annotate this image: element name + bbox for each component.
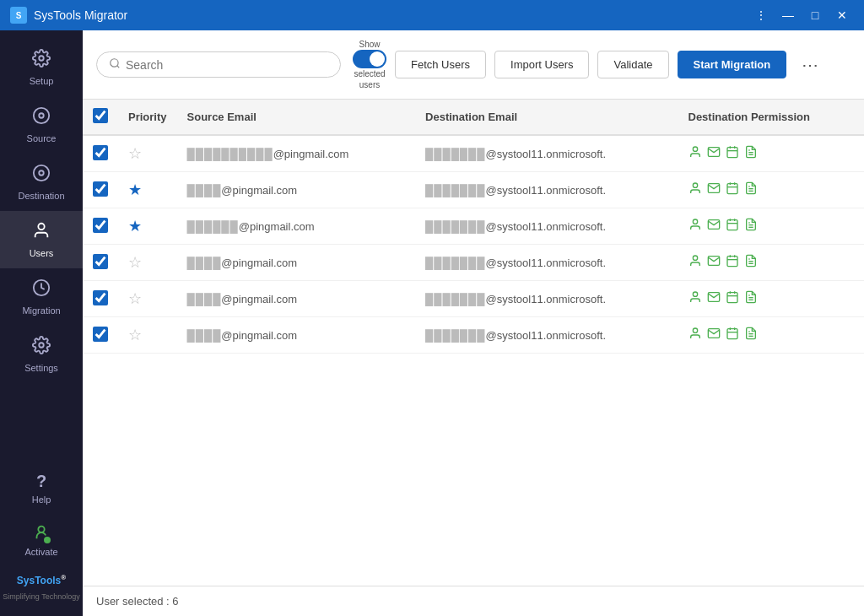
row-checkbox-cell[interactable] [83, 172, 118, 208]
star-icon[interactable]: ☆ [128, 327, 142, 343]
sidebar-label-migration: Migration [22, 305, 60, 316]
users-table: Priority Source Email Destination Email … [83, 100, 864, 354]
sidebar-item-destination[interactable]: Destination [0, 154, 83, 211]
perm-calendar-icon[interactable] [726, 181, 739, 198]
svg-rect-40 [727, 293, 737, 303]
sidebar-item-help[interactable]: ? Help [0, 462, 83, 515]
menu-button[interactable]: ⋮ [749, 6, 773, 24]
perm-task-icon[interactable] [744, 254, 758, 271]
perm-user-icon[interactable] [688, 290, 702, 307]
perm-mail-icon[interactable] [707, 145, 721, 162]
star-icon[interactable]: ★ [128, 218, 142, 235]
row-checkbox[interactable] [93, 290, 108, 305]
perm-calendar-icon[interactable] [726, 290, 739, 307]
row-checkbox[interactable] [93, 254, 108, 269]
perm-mail-icon[interactable] [707, 254, 721, 271]
row-checkbox-cell[interactable] [83, 208, 118, 245]
row-checkbox[interactable] [93, 145, 108, 160]
perm-user-icon[interactable] [688, 327, 702, 343]
perm-mail-icon[interactable] [707, 290, 721, 307]
row-source-email: ████@pingmail.com [177, 281, 416, 317]
table-row: ★ ██████@pingmail.com ███████@systool11.… [83, 208, 864, 245]
row-star-cell[interactable]: ☆ [118, 135, 177, 172]
star-icon[interactable]: ☆ [128, 145, 142, 162]
row-star-cell[interactable]: ★ [118, 208, 177, 245]
users-table-wrap: Priority Source Email Destination Email … [83, 100, 864, 586]
perm-calendar-icon[interactable] [726, 327, 739, 343]
row-checkbox[interactable] [93, 327, 108, 342]
row-checkbox-cell[interactable] [83, 245, 118, 281]
perm-task-icon[interactable] [744, 181, 758, 198]
more-options-button[interactable]: ⋯ [795, 51, 827, 78]
star-icon[interactable]: ☆ [128, 290, 142, 307]
brand-name: SysTools® [13, 565, 70, 592]
perm-calendar-icon[interactable] [726, 218, 739, 235]
sidebar-label-users: Users [30, 248, 54, 258]
perm-mail-icon[interactable] [707, 218, 721, 235]
sidebar-label-destination: Destination [18, 191, 64, 201]
row-checkbox-cell[interactable] [83, 135, 118, 172]
start-migration-button[interactable]: Start Migration [678, 51, 787, 78]
validate-button[interactable]: Validate [597, 51, 668, 78]
status-bar: User selected : 6 [83, 586, 864, 616]
perm-user-icon[interactable] [688, 218, 702, 235]
select-all-header[interactable] [83, 100, 118, 135]
show-selected-toggle[interactable] [353, 50, 386, 68]
select-all-checkbox[interactable] [93, 108, 108, 123]
perm-task-icon[interactable] [744, 327, 758, 343]
search-box[interactable] [96, 51, 341, 78]
close-button[interactable]: ✕ [830, 6, 854, 24]
maximize-button[interactable]: □ [803, 6, 827, 24]
svg-point-8 [38, 527, 44, 532]
svg-point-5 [38, 224, 44, 230]
table-row: ★ ████@pingmail.com ███████@systool11.on… [83, 172, 864, 208]
perm-user-icon[interactable] [688, 145, 702, 162]
toggle-label-selected: selected [354, 68, 385, 79]
fetch-users-button[interactable]: Fetch Users [395, 51, 486, 78]
import-users-button[interactable]: Import Users [494, 51, 589, 78]
star-icon[interactable]: ★ [128, 181, 142, 198]
settings-icon [32, 336, 51, 359]
perm-task-icon[interactable] [744, 145, 758, 162]
search-input[interactable] [126, 58, 328, 72]
perm-task-icon[interactable] [744, 218, 758, 235]
source-icon [32, 106, 51, 130]
show-selected-toggle-wrap: Show selected users [353, 39, 386, 90]
svg-line-10 [117, 66, 120, 68]
sidebar-item-users[interactable]: Users [0, 211, 83, 268]
row-checkbox-cell[interactable] [83, 317, 118, 354]
row-star-cell[interactable]: ★ [118, 172, 177, 208]
perm-calendar-icon[interactable] [726, 254, 739, 271]
svg-point-46 [693, 328, 697, 332]
perm-user-icon[interactable] [688, 254, 702, 271]
sidebar-item-activate[interactable]: Activate [0, 515, 83, 565]
sidebar-item-migration[interactable]: Migration [0, 268, 83, 326]
destination-permission-header: Destination Permission [678, 100, 865, 135]
table-row: ☆ ██████████@pingmail.com ███████@systoo… [83, 135, 864, 172]
row-star-cell[interactable]: ☆ [118, 245, 177, 281]
perm-user-icon[interactable] [688, 181, 702, 198]
perm-calendar-icon[interactable] [726, 145, 739, 162]
perm-mail-icon[interactable] [707, 327, 721, 343]
svg-rect-12 [727, 148, 737, 158]
sidebar-item-source[interactable]: Source [0, 96, 83, 154]
row-checkbox[interactable] [93, 218, 108, 233]
sidebar-item-setup[interactable]: Setup [0, 39, 83, 96]
row-dest-email: ███████@systool11.onmicrosoft. [415, 281, 678, 317]
sidebar-item-settings[interactable]: Settings [0, 326, 83, 383]
row-checkbox-cell[interactable] [83, 281, 118, 317]
row-checkbox[interactable] [93, 181, 108, 197]
star-icon[interactable]: ☆ [128, 254, 142, 271]
perm-task-icon[interactable] [744, 290, 758, 307]
minimize-button[interactable]: — [776, 6, 800, 24]
app-icon: S [10, 7, 27, 24]
perm-mail-icon[interactable] [707, 181, 721, 198]
row-dest-email: ███████@systool11.onmicrosoft. [415, 317, 678, 354]
toggle-label-users: users [359, 79, 380, 90]
migration-icon [32, 278, 51, 302]
toolbar: Show selected users Fetch Users Import U… [83, 30, 864, 100]
row-star-cell[interactable]: ☆ [118, 317, 177, 354]
table-row: ☆ ████@pingmail.com ███████@systool11.on… [83, 317, 864, 354]
svg-rect-33 [727, 257, 737, 267]
row-star-cell[interactable]: ☆ [118, 281, 177, 317]
